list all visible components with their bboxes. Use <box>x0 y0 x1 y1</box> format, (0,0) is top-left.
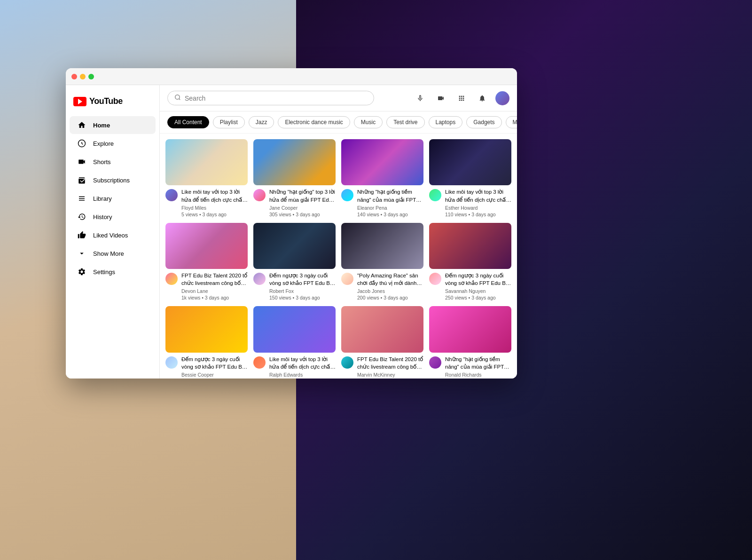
video-channel-6: Robert Fox <box>269 288 336 294</box>
video-info-5: FPT Edu Biz Talent 2020 tổ chức livestre… <box>165 272 248 300</box>
video-info-1: Like môi tay với top 3 lời hứa để tiến d… <box>165 188 248 217</box>
sidebar-item-shorts[interactable]: Shorts <box>70 153 156 171</box>
microphone-button[interactable] <box>413 91 428 106</box>
filter-chip-testdrive[interactable]: Test drive <box>386 116 424 128</box>
sidebar-label-subscriptions: Subscriptions <box>93 177 130 184</box>
sidebar-item-library[interactable]: Library <box>70 189 156 207</box>
app-window: YouTube Home Explore Shorts <box>66 68 517 379</box>
filter-chip-edm[interactable]: Electronic dance music <box>278 116 350 128</box>
video-info-4: Like môi tay với top 3 lời hứa để tiến d… <box>429 188 511 217</box>
video-card-3[interactable]: Những "hạt giống tiềm năng" của mùa giải… <box>341 139 423 217</box>
sidebar-label-home: Home <box>93 122 110 129</box>
video-thumbnail-4 <box>429 139 511 185</box>
notifications-button[interactable] <box>475 91 490 106</box>
sidebar-label-shorts: Shorts <box>93 158 111 166</box>
channel-avatar-10 <box>253 356 266 369</box>
channel-avatar-9 <box>165 356 178 369</box>
video-stats-4: 110 views • 3 days ago <box>445 212 511 217</box>
video-card-11[interactable]: FPT Edu Biz Talent 2020 tổ chức livestre… <box>341 306 423 379</box>
youtube-logo-text: YouTube <box>89 96 123 106</box>
video-thumbnail-11 <box>341 306 423 352</box>
video-card-12[interactable]: Những "hạt giống tiềm năng" của mùa giải… <box>429 306 511 379</box>
video-channel-10: Ralph Edwards <box>269 372 336 378</box>
video-thumbnail-10 <box>253 306 336 352</box>
video-channel-9: Bessie Cooper <box>181 372 248 378</box>
filter-chip-mixed[interactable]: Mixed <box>506 116 517 128</box>
sidebar-item-explore[interactable]: Explore <box>70 134 156 152</box>
filter-chip-gadgets[interactable]: Gadgets <box>466 116 501 128</box>
sidebar-label-liked: Liked Videos <box>93 232 128 239</box>
filter-chip-jazz[interactable]: Jazz <box>249 116 274 128</box>
explore-icon <box>77 139 86 148</box>
video-title-7: "Poly Amazing Race" sân chơi đầy thú vị … <box>357 272 423 287</box>
showmore-icon <box>77 249 86 258</box>
user-avatar[interactable] <box>495 91 509 105</box>
video-channel-1: Floyd Miles <box>181 205 248 211</box>
video-info-8: Đếm ngược 3 ngày cuối vòng sơ khảo FPT E… <box>429 272 511 300</box>
video-channel-8: Savannah Nguyen <box>445 288 511 294</box>
camera-button[interactable] <box>433 91 448 106</box>
video-title-8: Đếm ngược 3 ngày cuối vòng sơ khảo FPT E… <box>445 272 511 287</box>
video-channel-7: Jacob Jones <box>357 288 423 294</box>
filter-chip-all[interactable]: All Content <box>167 116 209 128</box>
sidebar-label-history: History <box>93 213 112 221</box>
sidebar-item-showmore[interactable]: Show More <box>70 245 156 262</box>
video-title-10: Like môi tay với top 3 lời hứa để tiến d… <box>269 355 336 371</box>
sidebar-item-home[interactable]: Home <box>70 116 156 134</box>
video-thumbnail-2 <box>253 139 336 185</box>
maximize-button[interactable] <box>88 74 94 79</box>
search-input[interactable] <box>185 95 367 102</box>
sidebar-item-liked[interactable]: Liked Videos <box>70 226 156 244</box>
video-card-2[interactable]: Những "hạt giống" top 3 lời hứa để mùa g… <box>253 139 336 217</box>
video-card-8[interactable]: Đếm ngược 3 ngày cuối vòng sơ khảo FPT E… <box>429 223 511 301</box>
video-info-12: Những "hạt giống tiềm năng" của mùa giải… <box>429 355 511 379</box>
video-title-1: Like môi tay với top 3 lời hứa để tiến d… <box>181 188 248 203</box>
video-card-7[interactable]: "Poly Amazing Race" sân chơi đầy thú vị … <box>341 223 423 301</box>
settings-icon <box>77 267 86 276</box>
video-stats-8: 250 views • 3 days ago <box>445 295 511 300</box>
filter-bar: All Content Playlist Jazz Electronic dan… <box>160 111 517 134</box>
window-body: YouTube Home Explore Shorts <box>66 85 517 379</box>
close-button[interactable] <box>71 74 77 79</box>
apps-button[interactable] <box>454 91 469 106</box>
sidebar-label-library: Library <box>93 195 112 202</box>
video-channel-2: Jane Cooper <box>269 205 336 211</box>
video-thumbnail-3 <box>341 139 423 185</box>
channel-avatar-6 <box>253 273 266 285</box>
video-thumbnail-8 <box>429 223 511 269</box>
video-card-10[interactable]: Like môi tay với top 3 lời hứa để tiến d… <box>253 306 336 379</box>
video-channel-5: Devon Lane <box>181 288 248 294</box>
video-title-6: Đếm ngược 3 ngày cuối vòng sơ khảo FPT E… <box>269 272 336 287</box>
video-channel-12: Ronald Richards <box>445 372 511 378</box>
svg-line-2 <box>179 99 180 100</box>
video-thumbnail-12 <box>429 306 511 352</box>
sidebar-item-settings[interactable]: Settings <box>70 263 156 281</box>
search-bar[interactable] <box>167 91 374 105</box>
video-card-9[interactable]: Đếm ngược 3 ngày cuối vòng sơ khảo FPT E… <box>165 306 248 379</box>
video-card-4[interactable]: Like môi tay với top 3 lời hứa để tiến d… <box>429 139 511 217</box>
filter-chip-playlist[interactable]: Playlist <box>213 116 245 128</box>
youtube-logo[interactable]: YouTube <box>66 93 159 116</box>
video-card-5[interactable]: FPT Edu Biz Talent 2020 tổ chức livestre… <box>165 223 248 301</box>
window-buttons <box>71 74 94 79</box>
sidebar: YouTube Home Explore Shorts <box>66 85 160 379</box>
sidebar-item-history[interactable]: History <box>70 208 156 226</box>
minimize-button[interactable] <box>80 74 86 79</box>
video-channel-3: Eleanor Pena <box>357 205 423 211</box>
filter-chip-laptops[interactable]: Laptops <box>429 116 463 128</box>
video-info-10: Like môi tay với top 3 lời hứa để tiến d… <box>253 355 336 379</box>
youtube-icon <box>73 97 86 106</box>
filter-chip-music[interactable]: Music <box>354 116 383 128</box>
channel-avatar-5 <box>165 273 178 285</box>
video-channel-4: Esther Howard <box>445 205 511 211</box>
video-title-9: Đếm ngược 3 ngày cuối vòng sơ khảo FPT E… <box>181 355 248 371</box>
sidebar-item-subscriptions[interactable]: Subscriptions <box>70 171 156 189</box>
video-card-6[interactable]: Đếm ngược 3 ngày cuối vòng sơ khảo FPT E… <box>253 223 336 301</box>
video-card-1[interactable]: Like môi tay với top 3 lời hứa để tiến d… <box>165 139 248 217</box>
channel-avatar-1 <box>165 189 178 201</box>
video-thumbnail-1 <box>165 139 248 185</box>
video-title-3: Những "hạt giống tiềm năng" của mùa giải… <box>357 188 423 203</box>
sidebar-label-settings: Settings <box>93 268 115 276</box>
channel-avatar-7 <box>341 273 353 285</box>
video-stats-1: 5 views • 3 days ago <box>181 212 248 217</box>
